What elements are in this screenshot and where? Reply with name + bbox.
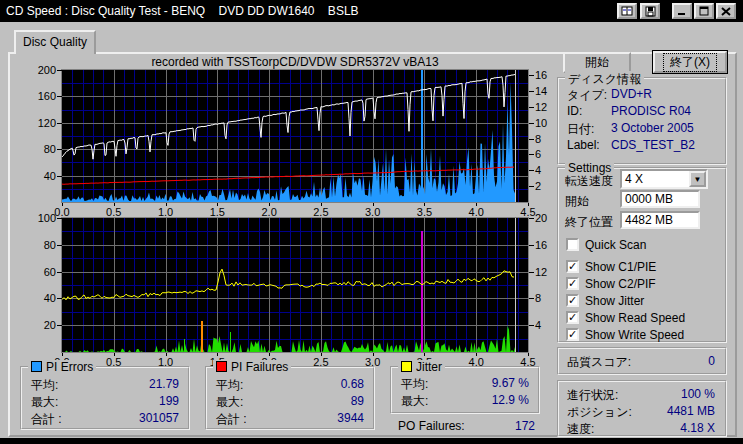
axis-tick xyxy=(321,203,322,206)
checkbox-quick-scan[interactable]: Quick Scan xyxy=(566,236,685,253)
checkbox-show-c2-pif[interactable]: ✓Show C2/PIF xyxy=(566,275,685,292)
stat-label: 平均: xyxy=(31,377,58,394)
checkbox-label: Quick Scan xyxy=(585,238,646,252)
po-failures-label: PO Failures: xyxy=(398,419,465,433)
checkbox-show-c1-pie[interactable]: ✓Show C1/PIE xyxy=(566,258,685,275)
axis-tick xyxy=(217,353,218,356)
axis-tick xyxy=(57,70,62,71)
pi-errors-box: PI Errors 平均:21.79 最大:199 合計 :301057 xyxy=(20,366,190,430)
close-button[interactable] xyxy=(716,3,736,19)
scan-option-checkboxes: Quick Scan✓Show C1/PIE✓Show C2/PIF✓Show … xyxy=(566,236,685,343)
axis-tick xyxy=(529,139,534,140)
axis-tick xyxy=(62,353,63,356)
y-axis-label: 60 xyxy=(26,266,56,278)
axis-tick xyxy=(529,186,534,187)
axis-tick xyxy=(57,272,62,273)
checkbox-show-jitter[interactable]: ✓Show Jitter xyxy=(566,292,685,309)
checkbox-box[interactable]: ✓ xyxy=(566,294,579,307)
x-axis-label: 3.5 xyxy=(410,206,438,218)
disc-info-box: ディスク情報 タイプ:DVD+R ID:PRODISC R04 日付:3 Oct… xyxy=(557,77,727,165)
disc-id-value: PRODISC R04 xyxy=(611,104,691,118)
axis-tick xyxy=(529,218,534,219)
tab-disc-quality[interactable]: Disc Quality xyxy=(14,30,96,54)
speed-select-value: 4 X xyxy=(625,172,643,186)
pi-errors-caption: PI Errors xyxy=(28,360,96,374)
x-axis-label: 3.0 xyxy=(359,206,387,218)
axis-tick xyxy=(529,245,534,246)
axis-tick xyxy=(57,96,62,97)
position-value: 4481 MB xyxy=(667,404,715,418)
save-button[interactable] xyxy=(640,3,660,19)
x-axis-label: 4.0 xyxy=(462,206,490,218)
y-axis-label: 40 xyxy=(26,292,56,304)
exit-button[interactable]: 終了(X) xyxy=(652,50,728,74)
axis-tick xyxy=(166,353,167,356)
window-title: CD Speed : Disc Quality Test - BENQ DVD … xyxy=(6,4,359,18)
y2-axis-label: 4 xyxy=(535,164,559,176)
checkbox-box[interactable]: ✓ xyxy=(566,277,579,290)
stat-label: 平均: xyxy=(216,377,243,394)
axis-tick xyxy=(217,203,218,206)
window-bottom-edge xyxy=(0,438,743,444)
jitter-title: Jitter xyxy=(416,360,442,374)
y-axis-label: 160 xyxy=(26,90,56,102)
stat-value: 89 xyxy=(351,394,364,408)
disc-info-title: ディスク情報 xyxy=(565,71,644,88)
axis-tick xyxy=(528,203,529,206)
speed-value: 4.18 X xyxy=(680,421,715,435)
chevron-down-icon[interactable]: ▼ xyxy=(689,171,706,187)
axis-tick xyxy=(321,353,322,356)
axis-tick xyxy=(62,203,63,206)
checkbox-box[interactable]: ✓ xyxy=(566,311,579,324)
y2-axis-label: 6 xyxy=(535,148,559,160)
maximize-button[interactable] xyxy=(694,3,714,19)
save-icon xyxy=(645,6,656,17)
axis-tick xyxy=(57,176,62,177)
quality-score-box: 品質スコア: 0 xyxy=(557,347,727,375)
start-position-field[interactable]: 0000 MB xyxy=(620,190,700,208)
chart-canvas xyxy=(62,70,528,202)
report-button[interactable] xyxy=(617,3,637,19)
speed-select[interactable]: 4 X ▼ xyxy=(620,169,708,189)
end-position-field[interactable]: 4482 MB xyxy=(620,211,700,229)
progress-value: 100 % xyxy=(681,387,715,401)
minimize-icon xyxy=(677,6,687,16)
disc-date-label: 日付: xyxy=(567,121,594,138)
y-axis-label: 200 xyxy=(26,64,56,76)
y-axis-label: 80 xyxy=(26,143,56,155)
start-position-label: 開始 xyxy=(565,193,589,210)
minimize-button[interactable] xyxy=(672,3,692,19)
stat-label: 最大: xyxy=(31,394,58,411)
x-axis-label: 1.5 xyxy=(203,206,231,218)
progress-box: 進行状況:100 % ポジション:4481 MB 速度:4.18 X xyxy=(557,380,727,437)
quality-chart-bottom xyxy=(62,218,528,352)
axis-tick xyxy=(424,353,425,356)
y2-axis-label: 12 xyxy=(535,101,559,113)
y2-axis-label: 20 xyxy=(535,212,559,224)
checkbox-show-write-speed[interactable]: ✓Show Write Speed xyxy=(566,326,685,343)
disc-id-label: ID: xyxy=(567,104,582,118)
jitter-box: Jitter 平均:9.67 % 最大:12.9 % xyxy=(390,366,540,414)
axis-tick xyxy=(529,75,534,76)
checkbox-show-read-speed[interactable]: ✓Show Read Speed xyxy=(566,309,685,326)
checkbox-box[interactable]: ✓ xyxy=(566,328,579,341)
axis-tick xyxy=(476,203,477,206)
position-label: ポジション: xyxy=(567,404,632,421)
axis-tick xyxy=(529,91,534,92)
axis-tick xyxy=(529,298,534,299)
checkbox-box[interactable] xyxy=(566,238,579,251)
start-button[interactable]: 開始 xyxy=(563,52,631,73)
axis-tick xyxy=(529,325,534,326)
axis-tick xyxy=(529,170,534,171)
x-axis-label: 1.0 xyxy=(152,206,180,218)
axis-tick xyxy=(57,123,62,124)
titlebar[interactable]: CD Speed : Disc Quality Test - BENQ DVD … xyxy=(0,0,743,22)
checkbox-box[interactable]: ✓ xyxy=(566,260,579,273)
tab-label: Disc Quality xyxy=(23,35,87,49)
axis-tick xyxy=(57,245,62,246)
x-axis-label: 0.5 xyxy=(100,206,128,218)
checkbox-label: Show Write Speed xyxy=(585,328,684,342)
stat-label: 合計 : xyxy=(31,411,62,428)
axis-tick xyxy=(529,107,534,108)
speed-select-label: 転送速度 xyxy=(565,173,613,190)
